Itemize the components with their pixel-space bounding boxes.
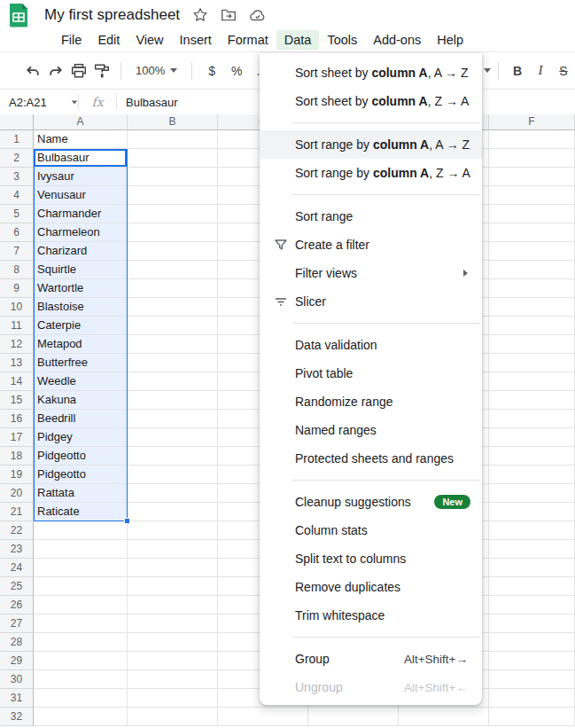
cell-b12[interactable] — [128, 335, 218, 354]
menu-item-column-stats[interactable]: Column stats — [260, 516, 482, 544]
cell-b2[interactable] — [128, 149, 218, 168]
cell-f4[interactable] — [489, 186, 575, 205]
menubar-item-tools[interactable]: Tools — [319, 30, 365, 50]
cell-b5[interactable] — [128, 205, 218, 223]
format-currency-button[interactable]: $ — [199, 64, 224, 78]
cell-f21[interactable] — [489, 503, 575, 521]
cell-a16[interactable]: Beedrill — [34, 410, 128, 428]
cell-a9[interactable]: Wartortle — [34, 279, 128, 298]
cell-f23[interactable] — [489, 540, 575, 559]
menu-item-pivot-table[interactable]: Pivot table — [260, 359, 482, 387]
cell-a13[interactable]: Butterfree — [34, 354, 128, 372]
cell-a3[interactable]: Ivysaur — [34, 168, 128, 186]
cell-b20[interactable] — [128, 484, 218, 503]
menubar-item-insert[interactable]: Insert — [172, 30, 220, 50]
cell-a25[interactable] — [34, 577, 128, 596]
cell-b17[interactable] — [128, 428, 218, 447]
cell-f14[interactable] — [489, 372, 575, 391]
row-header-17[interactable]: 17 — [0, 428, 34, 447]
cell-b7[interactable] — [128, 242, 218, 261]
cell-a21[interactable]: Raticate — [34, 503, 128, 521]
bold-button[interactable]: B — [506, 64, 529, 78]
cell-b16[interactable] — [128, 410, 218, 428]
cell-f7[interactable] — [489, 242, 575, 261]
cell-a14[interactable]: Weedle — [34, 372, 128, 391]
cell-b9[interactable] — [128, 279, 218, 298]
menu-item-named-ranges[interactable]: Named ranges — [260, 416, 482, 444]
cloud-saved-icon[interactable] — [249, 7, 267, 23]
cell-a31[interactable] — [34, 689, 128, 708]
menubar-item-help[interactable]: Help — [429, 30, 471, 50]
cell-f26[interactable] — [489, 596, 575, 614]
row-header-15[interactable]: 15 — [0, 391, 34, 410]
row-header-26[interactable]: 26 — [0, 596, 34, 614]
cell-f24[interactable] — [489, 559, 575, 577]
cell-b30[interactable] — [128, 670, 218, 689]
cell-a8[interactable]: Squirtle — [34, 261, 128, 279]
menu-item-protected-sheets-and-ranges[interactable]: Protected sheets and ranges — [260, 444, 482, 473]
menu-item-sort-range-by-column-a-z-a[interactable]: Sort range by column A, Z → A — [260, 159, 482, 187]
row-header-16[interactable]: 16 — [0, 410, 34, 428]
cell-b8[interactable] — [128, 261, 218, 279]
cell-d32[interactable] — [308, 708, 399, 726]
cell-f17[interactable] — [489, 428, 575, 447]
fill-handle[interactable] — [124, 518, 130, 524]
cell-a18[interactable]: Pidgeotto — [34, 447, 128, 466]
cell-a27[interactable] — [34, 614, 128, 633]
cell-f10[interactable] — [489, 298, 575, 317]
menubar-item-edit[interactable]: Edit — [89, 30, 128, 50]
cell-a30[interactable] — [34, 670, 128, 689]
row-header-19[interactable]: 19 — [0, 466, 34, 484]
dropdown-caret-icon[interactable] — [484, 68, 491, 73]
cell-f11[interactable] — [489, 317, 575, 335]
zoom-selector[interactable]: 100% — [128, 64, 184, 77]
menu-item-group[interactable]: GroupAlt+Shift+→ — [260, 645, 482, 673]
cell-b23[interactable] — [128, 540, 218, 559]
row-header-23[interactable]: 23 — [0, 540, 34, 559]
cell-f9[interactable] — [489, 279, 575, 298]
cell-f29[interactable] — [489, 652, 575, 670]
row-header-13[interactable]: 13 — [0, 354, 34, 372]
cell-b19[interactable] — [128, 466, 218, 484]
cell-b6[interactable] — [128, 223, 218, 242]
menu-item-remove-duplicates[interactable]: Remove duplicates — [260, 573, 482, 601]
menu-item-data-validation[interactable]: Data validation — [260, 331, 482, 359]
cell-e32[interactable] — [399, 708, 489, 726]
cell-f18[interactable] — [489, 447, 575, 466]
row-header-9[interactable]: 9 — [0, 279, 34, 298]
cell-b26[interactable] — [128, 596, 218, 614]
column-header-a[interactable]: A — [34, 114, 128, 130]
cell-f22[interactable] — [489, 521, 575, 540]
cell-b14[interactable] — [128, 372, 218, 391]
cell-a6[interactable]: Charmeleon — [34, 223, 128, 242]
strikethrough-button[interactable]: S — [552, 64, 575, 78]
row-header-8[interactable]: 8 — [0, 261, 34, 279]
cell-c32[interactable] — [218, 708, 308, 726]
menubar-item-add-ons[interactable]: Add-ons — [365, 30, 429, 50]
row-header-1[interactable]: 1 — [0, 130, 34, 149]
column-header-b[interactable]: B — [128, 114, 218, 130]
row-header-25[interactable]: 25 — [0, 577, 34, 596]
column-header-f[interactable]: F — [489, 114, 575, 130]
print-button[interactable] — [67, 59, 90, 82]
menu-item-sort-sheet-by-column-a-a-z[interactable]: Sort sheet by column A, A → Z — [260, 59, 482, 87]
cell-f15[interactable] — [489, 391, 575, 410]
cell-a1[interactable]: Name — [34, 130, 128, 149]
cell-a7[interactable]: Charizard — [34, 242, 128, 261]
row-header-11[interactable]: 11 — [0, 317, 34, 335]
cell-f6[interactable] — [489, 223, 575, 242]
cell-a4[interactable]: Venusaur — [34, 186, 128, 205]
menu-item-sort-range[interactable]: Sort range — [260, 202, 482, 231]
menubar-item-view[interactable]: View — [128, 30, 171, 50]
cell-b24[interactable] — [128, 559, 218, 577]
cell-b22[interactable] — [128, 521, 218, 540]
menu-item-sort-range-by-column-a-a-z[interactable]: Sort range by column A, A → Z — [260, 130, 482, 159]
menu-item-slicer[interactable]: Slicer — [260, 287, 482, 316]
menubar-item-file[interactable]: File — [53, 30, 89, 50]
row-header-21[interactable]: 21 — [0, 503, 34, 521]
row-header-3[interactable]: 3 — [0, 168, 34, 186]
cell-f1[interactable] — [489, 130, 575, 149]
cell-a12[interactable]: Metapod — [34, 335, 128, 354]
cell-f20[interactable] — [489, 484, 575, 503]
cell-a10[interactable]: Blastoise — [34, 298, 128, 317]
